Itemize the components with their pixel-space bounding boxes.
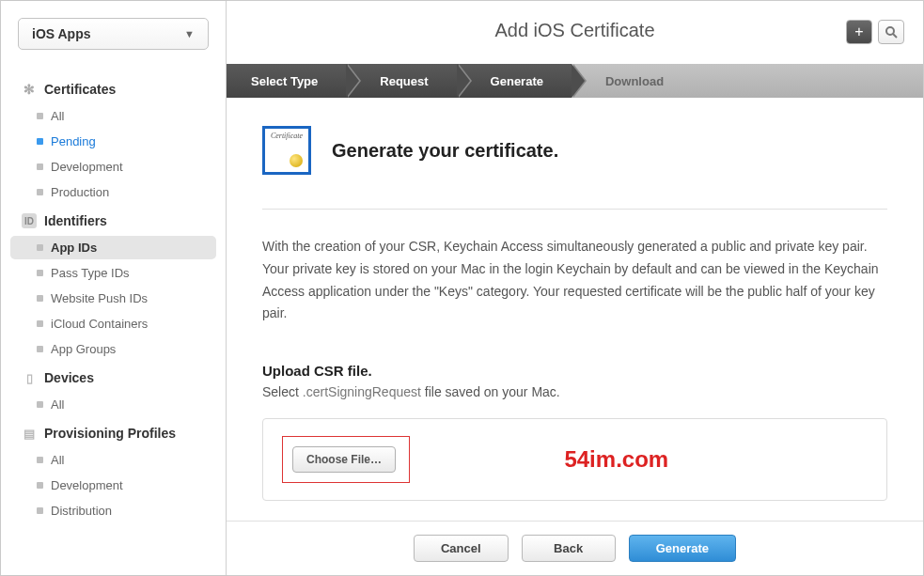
sidebar: iOS Apps ▼ ✻ Certificates All Pending De…	[1, 1, 227, 575]
search-button[interactable]	[878, 20, 904, 44]
bullet-icon	[37, 189, 43, 195]
section-title: Identifiers	[44, 213, 107, 228]
nav-label: All	[51, 453, 64, 467]
highlight-box: Choose File…	[282, 436, 410, 483]
bullet-icon	[37, 482, 43, 489]
divider	[262, 209, 887, 210]
cancel-button[interactable]: Cancel	[414, 535, 509, 562]
heading-row: Certificate Generate your certificate.	[262, 126, 887, 175]
chevron-down-icon: ▼	[184, 28, 195, 39]
nav-label: Development	[51, 160, 123, 174]
nav-label: Production	[51, 185, 109, 199]
step-label: Select Type	[251, 74, 318, 88]
content-area: Certificate Generate your certificate. W…	[227, 98, 923, 521]
bullet-icon	[37, 113, 43, 119]
back-button[interactable]: Back	[522, 535, 616, 562]
file-upload-box: Choose File… 54im.com	[262, 418, 887, 501]
sidebar-item-cert-all[interactable]: All	[10, 104, 216, 128]
nav-label: All	[51, 397, 64, 412]
seal-icon	[290, 154, 303, 167]
nav-label: Pending	[51, 134, 96, 148]
bullet-icon	[37, 320, 43, 327]
footer-actions: Cancel Back Generate	[227, 521, 923, 575]
generate-button[interactable]: Generate	[629, 535, 736, 562]
section-identifiers: ID Identifiers	[10, 208, 216, 234]
step-request[interactable]: Request	[346, 64, 456, 98]
bullet-icon	[37, 163, 43, 170]
sidebar-item-pass-type-ids[interactable]: Pass Type IDs	[10, 261, 216, 285]
bullet-icon	[37, 507, 43, 514]
device-icon: ▯	[22, 370, 37, 385]
certificate-icon: Certificate	[262, 126, 311, 175]
nav-label: Development	[51, 478, 123, 492]
sidebar-item-website-push-ids[interactable]: Website Push IDs	[10, 287, 216, 310]
section-title: Provisioning Profiles	[44, 426, 176, 441]
choose-file-button[interactable]: Choose File…	[292, 446, 396, 473]
sidebar-item-icloud-containers[interactable]: iCloud Containers	[10, 312, 216, 335]
sidebar-item-prov-distribution[interactable]: Distribution	[10, 499, 216, 522]
plus-icon: +	[854, 23, 863, 40]
content-heading: Generate your certificate.	[332, 140, 558, 162]
step-label: Download	[605, 74, 664, 88]
bullet-icon	[37, 138, 43, 145]
watermark-text: 54im.com	[564, 446, 668, 473]
upload-title: Upload CSR file.	[262, 363, 887, 379]
step-select-type[interactable]: Select Type	[227, 64, 346, 98]
sidebar-item-cert-development[interactable]: Development	[10, 155, 216, 179]
description-text: With the creation of your CSR, Keychain …	[262, 236, 887, 325]
step-label: Generate	[491, 74, 543, 88]
section-devices: ▯ Devices	[10, 365, 216, 391]
sidebar-item-app-groups[interactable]: App Groups	[10, 337, 216, 361]
step-generate[interactable]: Generate	[457, 64, 572, 98]
bullet-icon	[37, 346, 43, 352]
bullet-icon	[37, 270, 43, 276]
sidebar-item-prov-development[interactable]: Development	[10, 474, 216, 497]
bullet-icon	[37, 401, 43, 408]
bullet-icon	[37, 457, 43, 463]
search-icon	[885, 25, 898, 39]
nav-label: Website Push IDs	[51, 291, 148, 305]
wizard-steps: Select Type Request Generate Download	[227, 64, 923, 98]
add-button[interactable]: +	[846, 20, 872, 44]
bullet-icon	[37, 295, 43, 302]
platform-selector[interactable]: iOS Apps ▼	[18, 18, 209, 50]
sidebar-item-cert-pending[interactable]: Pending	[10, 130, 216, 153]
gear-icon: ✻	[22, 82, 37, 97]
step-download: Download	[572, 64, 923, 98]
section-title: Devices	[44, 370, 94, 385]
id-icon: ID	[22, 213, 37, 228]
header-buttons: +	[846, 20, 904, 44]
nav-label: All	[51, 109, 64, 123]
main-header: Add iOS Certificate +	[227, 1, 923, 64]
nav-label: Pass Type IDs	[51, 266, 130, 280]
section-certificates: ✻ Certificates	[10, 76, 216, 102]
upload-ext: .certSigningRequest	[303, 384, 421, 399]
platform-selector-label: iOS Apps	[32, 26, 91, 41]
nav-label: App IDs	[51, 241, 97, 255]
section-title: Certificates	[44, 82, 116, 97]
sidebar-item-cert-production[interactable]: Production	[10, 180, 216, 204]
nav-label: iCloud Containers	[51, 317, 148, 331]
nav-label: App Groups	[51, 342, 116, 356]
svg-line-1	[893, 34, 897, 38]
document-icon: ▤	[22, 426, 37, 441]
step-label: Request	[380, 74, 428, 88]
bullet-icon	[37, 244, 43, 251]
upload-suffix: file saved on your Mac.	[421, 384, 560, 399]
sidebar-item-devices-all[interactable]: All	[10, 393, 216, 416]
sidebar-item-prov-all[interactable]: All	[10, 448, 216, 472]
main-panel: Add iOS Certificate + Select Type Reques…	[227, 1, 923, 575]
nav-label: Distribution	[51, 504, 112, 518]
svg-point-0	[886, 27, 894, 35]
upload-prefix: Select	[262, 384, 303, 399]
upload-subtitle: Select .certSigningRequest file saved on…	[262, 384, 887, 399]
sidebar-item-app-ids[interactable]: App IDs	[10, 236, 216, 259]
cert-badge-label: Certificate	[271, 132, 303, 140]
page-title: Add iOS Certificate	[494, 20, 654, 41]
section-provisioning: ▤ Provisioning Profiles	[10, 420, 216, 446]
